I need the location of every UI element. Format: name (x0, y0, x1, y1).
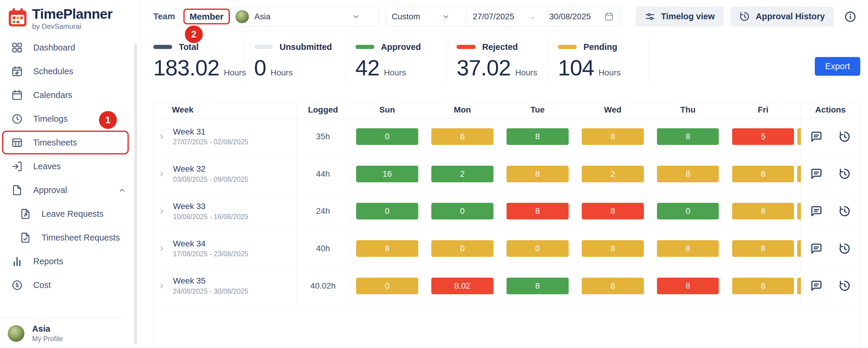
stat-unit: Hours (224, 68, 246, 77)
day-cell[interactable]: 5 (732, 128, 794, 145)
week-label: Week 35 (173, 276, 249, 286)
chevron-right-icon[interactable] (158, 132, 166, 141)
history-button[interactable] (838, 279, 851, 292)
history-button[interactable] (838, 242, 851, 255)
sidebar-item-leave-requests[interactable]: Leave Requests (0, 202, 141, 226)
clock-icon (11, 113, 23, 125)
week-label: Week 31 (173, 127, 249, 137)
comment-button[interactable] (810, 242, 823, 255)
day-cell[interactable]: 0 (431, 240, 493, 257)
hidden-day-cell-edge (797, 166, 801, 182)
info-icon[interactable] (844, 10, 857, 24)
timesheet-icon (11, 137, 23, 149)
day-cell[interactable]: 6 (431, 128, 493, 145)
profile-section[interactable]: Asia My Profile (0, 317, 123, 345)
sidebar-item-timesheet-requests[interactable]: Timesheet Requests (0, 226, 141, 250)
sidebar-item-dashboard[interactable]: Dashboard (0, 36, 141, 59)
col-header-actions: Actions (801, 102, 860, 118)
date-range-picker[interactable]: 27/07/2025 → 30/08/2025 (466, 6, 621, 27)
sidebar-item-timelogs[interactable]: Timelogs (0, 107, 141, 131)
rejected-color-bar (457, 45, 475, 49)
day-cell[interactable]: 2 (582, 166, 644, 182)
table-row: Week 34 17/08/2025 - 23/08/2025 40h 8 0 … (154, 230, 860, 268)
member-select[interactable]: Asia (230, 6, 379, 27)
logged-hours: 35h (297, 118, 349, 155)
day-cell[interactable]: 8 (506, 166, 569, 182)
logged-hours: 40h (297, 230, 349, 267)
history-button[interactable] (838, 168, 851, 180)
cost-icon: $ (11, 279, 23, 291)
approval-history-button[interactable]: Approval History (731, 6, 834, 27)
sidebar-item-leaves[interactable]: Leaves (0, 154, 141, 178)
chevron-right-icon[interactable] (158, 207, 166, 215)
day-cell[interactable]: 8.02 (431, 278, 493, 294)
date-range-arrow: → (528, 12, 536, 22)
history-button[interactable] (838, 130, 851, 143)
col-header-week: Week (154, 102, 297, 118)
history-button[interactable] (838, 205, 851, 218)
day-cell[interactable]: 8 (732, 166, 794, 182)
sidebar-item-approval[interactable]: Approval (0, 178, 141, 202)
day-cell[interactable]: 8 (732, 278, 794, 294)
week-label: Week 33 (173, 202, 249, 211)
clock-history-icon (739, 11, 750, 22)
day-cell[interactable]: 0 (431, 203, 493, 219)
annotation-step-1: 1 (99, 111, 117, 129)
day-cell[interactable]: 8 (506, 128, 569, 145)
day-cell[interactable]: 8 (582, 278, 644, 294)
reports-icon (11, 255, 23, 268)
day-cell[interactable]: 0 (356, 128, 418, 145)
stat-label: Approved (381, 42, 421, 52)
export-button[interactable]: Export (815, 57, 860, 76)
sidebar-item-label: Approval (33, 185, 67, 195)
comment-button[interactable] (810, 205, 823, 218)
chevron-right-icon[interactable] (158, 244, 166, 253)
sidebar-item-calendars[interactable]: Calendars (0, 83, 141, 107)
day-cell[interactable]: 0 (356, 203, 418, 219)
sidebar-item-reports[interactable]: Reports (0, 250, 141, 274)
chevron-right-icon[interactable] (158, 282, 166, 290)
app-logo: TimePlanner by DevSamurai (0, 0, 141, 31)
tab-team[interactable]: Team (153, 11, 175, 22)
sidebar-item-label: Leave Requests (42, 209, 104, 219)
timelog-view-button[interactable]: Timelog view (636, 6, 723, 27)
table-row: Week 32 03/08/2025 - 09/08/2025 44h 16 2… (154, 155, 860, 193)
day-cell[interactable]: 0 (657, 203, 719, 219)
day-cell[interactable]: 2 (431, 166, 493, 182)
day-cell[interactable]: 8 (582, 128, 644, 145)
calendar-icon (11, 89, 23, 101)
day-cell[interactable]: 16 (356, 166, 418, 182)
day-cell[interactable]: 0 (506, 240, 569, 257)
tab-member[interactable]: Member (183, 9, 230, 24)
comment-button[interactable] (810, 168, 823, 180)
day-cell[interactable]: 0 (356, 278, 418, 294)
sidebar-scrollbar[interactable] (134, 43, 137, 344)
chevron-up-icon (118, 186, 127, 195)
range-preset-select[interactable]: Custom (386, 6, 466, 27)
day-cell[interactable]: 8 (582, 240, 644, 257)
day-cell[interactable]: 8 (657, 278, 719, 294)
logged-hours: 40.02h (297, 267, 349, 304)
day-cell[interactable]: 8 (506, 278, 569, 294)
day-cell[interactable]: 8 (657, 166, 719, 182)
chevron-right-icon[interactable] (158, 170, 166, 178)
sidebar-item-label: Schedules (33, 67, 73, 76)
day-cell[interactable]: 8 (657, 128, 719, 145)
day-cell[interactable]: 8 (732, 240, 794, 257)
stat-value: 42 (355, 55, 380, 80)
day-cell[interactable]: 8 (356, 240, 418, 257)
sidebar-item-schedules[interactable]: Schedules (0, 59, 141, 83)
comment-button[interactable] (810, 130, 823, 143)
total-color-bar (153, 45, 172, 49)
comment-button[interactable] (810, 279, 823, 292)
calendar-logo-icon (6, 6, 29, 29)
day-cell[interactable]: 8 (657, 240, 719, 257)
week-label: Week 34 (173, 239, 249, 248)
sidebar-item-cost[interactable]: $ Cost (0, 274, 141, 297)
sidebar-item-timesheets[interactable]: Timesheets (2, 131, 128, 154)
day-cell[interactable]: 8 (732, 203, 794, 219)
day-cell[interactable]: 8 (582, 203, 644, 219)
sidebar-item-label: Dashboard (33, 43, 75, 53)
profile-caption: My Profile (32, 335, 63, 343)
day-cell[interactable]: 8 (506, 203, 569, 219)
